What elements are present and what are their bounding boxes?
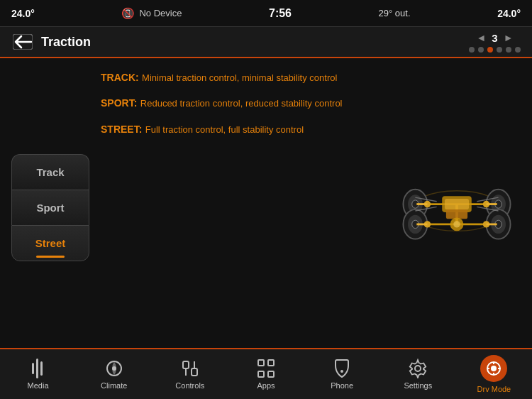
sport-text: Reduced traction control, reduced stabil… <box>140 98 343 109</box>
svg-rect-46 <box>268 371 274 377</box>
mode-selector: Track Sport Street <box>11 67 89 348</box>
clock: 7:56 <box>269 7 292 20</box>
svg-point-48 <box>415 366 421 371</box>
main-content: Track Sport Street TRACK: Minimal tracti… <box>0 58 532 356</box>
device-info: 📵 No Device <box>121 7 182 20</box>
nav-phone[interactable]: Phone <box>314 354 370 394</box>
phone-label: Phone <box>331 381 353 390</box>
page-prev-icon[interactable]: ◄ <box>476 32 486 43</box>
status-bar: 24.0° 📵 No Device 7:56 29° out. 24.0° <box>0 0 532 27</box>
settings-label: Settings <box>404 381 432 390</box>
nav-controls[interactable]: Controls <box>162 354 218 394</box>
svg-point-21 <box>453 221 460 227</box>
apps-icon-wrap <box>257 359 275 378</box>
street-label: STREET: <box>101 124 142 135</box>
mode-descriptions: TRACK: Minimal traction control, minimal… <box>101 67 382 348</box>
svg-rect-35 <box>40 361 43 376</box>
svg-rect-19 <box>446 209 467 219</box>
controls-icon-wrap <box>180 359 200 378</box>
sport-description: SPORT: Reduced traction control, reduced… <box>101 95 382 111</box>
device-label: No Device <box>139 8 182 18</box>
svg-rect-44 <box>268 360 274 366</box>
track-text: Minimal traction control, minimal stabil… <box>142 72 337 83</box>
street-mode-button[interactable]: Street <box>11 225 89 261</box>
svg-point-50 <box>491 366 497 371</box>
active-mode-indicator <box>36 256 65 258</box>
page-indicator: ◄ 3 ► <box>469 32 521 53</box>
phone-nav-icon <box>333 359 350 378</box>
track-mode-button[interactable]: Track <box>11 154 89 190</box>
nav-climate[interactable]: Climate <box>86 354 143 394</box>
controls-label: Controls <box>175 381 204 390</box>
nav-apps[interactable]: Apps <box>238 354 294 394</box>
media-icon <box>31 359 46 378</box>
phone-icon: 📵 <box>121 7 135 20</box>
apps-label: Apps <box>257 381 275 390</box>
nav-media[interactable]: Media <box>10 354 67 394</box>
dot-4 <box>497 47 502 53</box>
controls-icon <box>180 359 200 378</box>
svg-rect-34 <box>36 359 38 378</box>
svg-rect-40 <box>192 368 197 376</box>
phone-icon-wrap <box>333 359 350 378</box>
svg-rect-36 <box>32 363 34 374</box>
page-next-icon[interactable]: ► <box>504 32 514 43</box>
svg-rect-39 <box>183 361 189 368</box>
back-button[interactable] <box>11 31 34 53</box>
temp-right: 24.0° <box>497 8 521 19</box>
drv-mode-label: Drv Mode <box>477 385 511 393</box>
header: Traction ◄ 3 ► <box>0 27 532 58</box>
page-title: Traction <box>41 35 91 50</box>
temp-out: 29° out. <box>379 8 411 18</box>
page-number: 3 <box>492 32 497 44</box>
nav-drv-mode[interactable]: Drv Mode <box>465 351 522 398</box>
climate-icon-wrap <box>104 359 124 378</box>
svg-rect-18 <box>445 199 469 209</box>
climate-label: Climate <box>101 381 127 390</box>
sport-mode-button[interactable]: Sport <box>11 190 89 225</box>
media-label: Media <box>28 381 49 390</box>
temp-left: 24.0° <box>11 8 35 19</box>
svg-rect-45 <box>258 371 264 377</box>
sport-label: SPORT: <box>101 97 137 109</box>
dot-6 <box>515 47 521 53</box>
apps-icon <box>257 359 275 378</box>
bottom-nav: Media Climate Controls <box>0 348 532 399</box>
track-label: TRACK: <box>101 72 139 83</box>
svg-point-38 <box>112 366 116 371</box>
street-text: Full traction control, full stability co… <box>145 124 304 135</box>
svg-rect-43 <box>258 360 264 366</box>
chassis-image <box>393 67 521 348</box>
drv-mode-icon-wrap <box>480 355 507 382</box>
nav-settings[interactable]: Settings <box>389 354 446 394</box>
settings-icon <box>408 359 428 378</box>
dot-1 <box>469 47 475 53</box>
dot-5 <box>506 47 511 53</box>
track-description: TRACK: Minimal traction control, minimal… <box>101 70 382 85</box>
street-description: STREET: Full traction control, full stab… <box>101 121 382 137</box>
climate-icon <box>104 359 124 378</box>
svg-point-47 <box>340 370 343 373</box>
settings-icon-wrap <box>408 359 428 378</box>
media-icon-wrap <box>31 359 46 378</box>
page-dots <box>469 47 521 53</box>
dot-3 <box>487 47 493 53</box>
drv-mode-icon <box>486 361 501 376</box>
dot-2 <box>478 47 484 53</box>
